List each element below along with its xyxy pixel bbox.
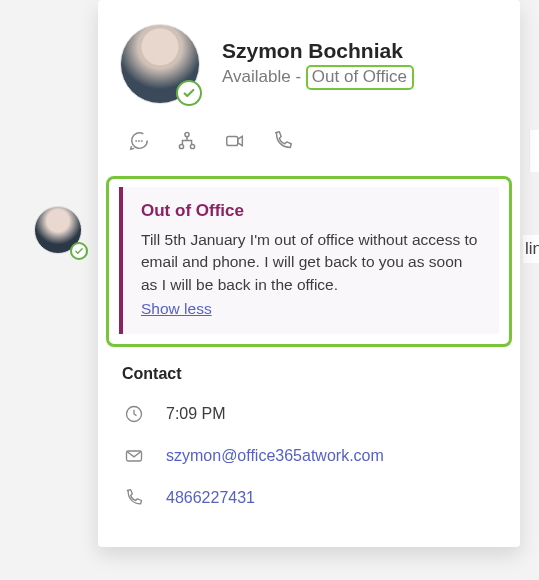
mini-contact-thumb[interactable] <box>34 206 86 258</box>
presence-badge <box>176 80 202 106</box>
status-separator: - <box>291 67 306 86</box>
presence-status: Available - Out of Office <box>222 65 414 90</box>
phone-link[interactable]: 4866227431 <box>166 489 255 507</box>
svg-point-0 <box>136 141 137 142</box>
svg-point-4 <box>179 144 183 148</box>
profile-header: Szymon Bochniak Available - Out of Offic… <box>98 0 520 116</box>
svg-point-3 <box>185 132 189 136</box>
video-call-button[interactable] <box>222 130 248 156</box>
local-time: 7:09 PM <box>166 405 226 423</box>
display-name: Szymon Bochniak <box>222 39 414 63</box>
svg-point-2 <box>141 141 142 142</box>
chat-icon <box>128 130 150 156</box>
ooo-title: Out of Office <box>141 201 483 221</box>
svg-point-1 <box>139 141 140 142</box>
chat-button[interactable] <box>126 130 152 156</box>
contact-section: Contact 7:09 PM szymon@office365atwork.c… <box>98 347 520 519</box>
contact-row-phone[interactable]: 4866227431 <box>122 477 496 519</box>
phone-icon <box>272 130 294 156</box>
phone-icon-contact <box>122 486 146 510</box>
contact-heading: Contact <box>122 365 496 383</box>
video-icon <box>224 130 246 156</box>
status-available: Available <box>222 67 291 86</box>
org-button[interactable] <box>174 130 200 156</box>
out-of-office-highlight: Out of Office Till 5th January I'm out o… <box>106 176 512 347</box>
mail-icon <box>122 444 146 468</box>
background-text-fragment: lin <box>523 235 539 263</box>
background-fragment <box>529 130 539 172</box>
svg-point-5 <box>190 144 194 148</box>
audio-call-button[interactable] <box>270 130 296 156</box>
out-of-office-note: Out of Office Till 5th January I'm out o… <box>119 187 499 334</box>
org-icon <box>176 130 198 156</box>
avatar-wrap[interactable] <box>120 24 200 104</box>
action-row <box>98 116 520 176</box>
contact-row-time: 7:09 PM <box>122 393 496 435</box>
contact-card: Szymon Bochniak Available - Out of Offic… <box>98 0 520 547</box>
contact-row-email[interactable]: szymon@office365atwork.com <box>122 435 496 477</box>
svg-rect-6 <box>227 136 238 145</box>
ooo-message: Till 5th January I'm out of office witho… <box>141 229 483 296</box>
email-link[interactable]: szymon@office365atwork.com <box>166 447 384 465</box>
status-out-of-office: Out of Office <box>306 65 414 90</box>
clock-icon <box>122 402 146 426</box>
presence-badge-small <box>70 242 88 260</box>
show-less-link[interactable]: Show less <box>141 300 212 318</box>
